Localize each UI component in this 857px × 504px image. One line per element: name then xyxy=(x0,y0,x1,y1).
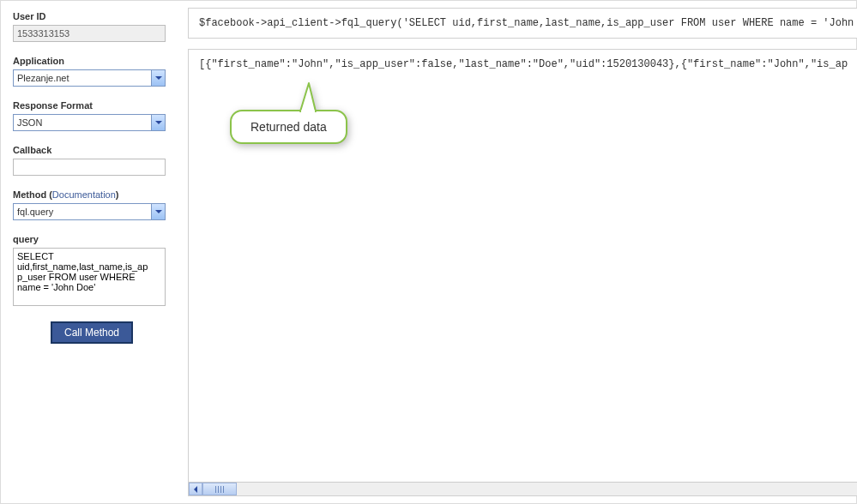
query-textarea[interactable] xyxy=(13,248,166,306)
main-panel: $facebook->api_client->fql_query('SELECT… xyxy=(188,8,857,496)
code-snippet-panel: $facebook->api_client->fql_query('SELECT… xyxy=(188,8,857,39)
field-user-id: User ID xyxy=(13,11,171,42)
code-snippet-text: $facebook->api_client->fql_query('SELECT… xyxy=(199,17,857,29)
method-label-text: Method ( xyxy=(13,189,52,200)
field-application: Application xyxy=(13,56,171,87)
response-format-select[interactable] xyxy=(13,114,166,131)
field-query: query xyxy=(13,234,171,308)
user-id-input[interactable] xyxy=(13,25,166,42)
callout-text: Returned data xyxy=(230,110,347,144)
result-panel: [{"first_name":"John","is_app_user":fals… xyxy=(188,49,857,496)
field-callback: Callback xyxy=(13,145,171,176)
app-root: User ID Application Response Format Call… xyxy=(0,0,857,504)
call-method-button[interactable]: Call Method xyxy=(51,321,133,344)
scroll-track[interactable] xyxy=(202,483,857,495)
scroll-left-button[interactable] xyxy=(189,483,202,495)
scroll-thumb[interactable] xyxy=(202,483,237,495)
sidebar-panel: User ID Application Response Format Call… xyxy=(8,8,171,496)
horizontal-scrollbar[interactable] xyxy=(189,482,857,495)
callback-input[interactable] xyxy=(13,159,166,176)
documentation-link[interactable]: Documentation xyxy=(52,189,116,200)
response-format-label: Response Format xyxy=(13,100,171,111)
method-label: Method (Documentation) xyxy=(13,189,171,200)
user-id-label: User ID xyxy=(13,11,171,21)
callback-label: Callback xyxy=(13,145,171,155)
query-label: query xyxy=(13,234,171,244)
field-method: Method (Documentation) xyxy=(13,189,171,220)
field-response-format: Response Format xyxy=(13,100,171,131)
application-select[interactable] xyxy=(13,69,166,87)
result-json-text: [{"first_name":"John","is_app_user":fals… xyxy=(196,57,857,72)
method-label-close: ) xyxy=(116,189,119,200)
application-label: Application xyxy=(13,56,171,66)
method-select[interactable] xyxy=(13,203,166,220)
returned-data-callout: Returned data xyxy=(230,110,347,144)
